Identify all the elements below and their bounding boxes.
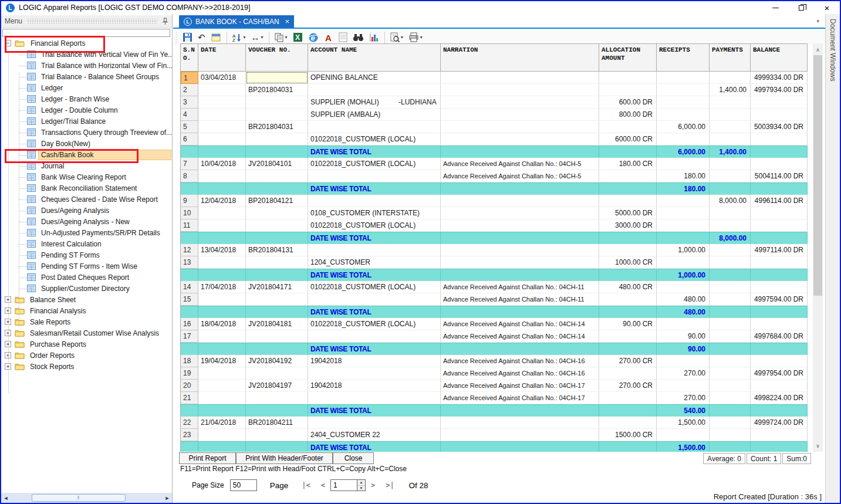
table-row[interactable]: 1417/04/2018JV20180417101022018_CUSTOMER… xyxy=(181,281,808,293)
menu-filter-box[interactable] xyxy=(2,29,170,37)
table-row[interactable]: 232404_CUSTOMER 221500.00 CR xyxy=(181,429,808,441)
scrollbar-thumb[interactable] xyxy=(813,55,822,296)
find-button[interactable] xyxy=(350,31,366,45)
prev-page-button[interactable]: < xyxy=(321,481,325,489)
column-width-button[interactable]: ↔▾ xyxy=(249,31,266,45)
print-button[interactable]: ▾ xyxy=(406,31,425,45)
print-report-button[interactable]: Print Report xyxy=(179,452,236,464)
tree-item-dues-ageing-analysis-new[interactable]: Dues/Ageing Analysis - New xyxy=(1,216,172,227)
table-row[interactable]: 4SUPPLIER (AMBALA)800.00 DR xyxy=(181,109,808,121)
tab-close-icon[interactable]: × xyxy=(285,17,289,26)
tree-item-post-dated-cheques-report[interactable]: Post Dated Cheques Report xyxy=(1,272,172,283)
tree-item-dues-ageing-analysis[interactable]: Dues/Ageing Analysis xyxy=(1,205,172,216)
tree-item-trial-balance-with-vertical-view-of-fin-ye[interactable]: Trial Balance with Vertical View of Fin … xyxy=(1,49,172,60)
close-button[interactable]: × xyxy=(814,1,840,14)
tree-folder-financial-analysis[interactable]: +Financial Analysis xyxy=(1,305,172,316)
table-row[interactable]: 8Advance Received Against Challan No.: 0… xyxy=(181,170,808,182)
table-row[interactable]: 601022018_CUSTOMER (LOCAL)6000.00 CR xyxy=(181,133,808,146)
scroll-left-icon[interactable]: ◄ xyxy=(1,495,11,501)
pin-icon[interactable] xyxy=(162,18,168,25)
table-row[interactable]: 100108_CUSTOMER (INTERSTATE)5000.00 DR xyxy=(181,207,808,219)
table-row[interactable]: 1618/04/2018JV20180418101022018_CUSTOMER… xyxy=(181,318,808,330)
tree-folder-salesman-retail-customer-wise-analysis[interactable]: +Salesman/Retail Customer Wise Analysis xyxy=(1,327,172,339)
tree-item-bank-wise-clearing-report[interactable]: Bank Wise Clearing Report xyxy=(1,171,172,182)
date-wise-total-row[interactable]: DATE WISE TOTAL1,500.00 xyxy=(181,441,808,452)
spin-up-icon[interactable]: ▲ xyxy=(357,480,365,486)
page-number-input[interactable] xyxy=(330,479,357,491)
minimize-button[interactable] xyxy=(762,1,788,14)
column-header-voucher[interactable]: VOUCHER NO. xyxy=(246,44,308,72)
tree-folder-order-reports[interactable]: +Order Reports xyxy=(1,350,172,361)
table-row[interactable]: 1819/04/2018JV20180419219042018Advance R… xyxy=(181,355,808,367)
scroll-up-icon[interactable]: ∧ xyxy=(813,45,823,55)
save-button[interactable] xyxy=(180,31,195,45)
print-with-header-footer-button[interactable]: Print With Header/Footer xyxy=(236,452,333,464)
tree-item-day-book-new[interactable]: Day Book(New) xyxy=(1,138,172,149)
tree-item-pending-st-forms-item-wise[interactable]: Pending ST Forms - Item Wise xyxy=(1,261,172,272)
grid-vertical-scrollbar[interactable]: ∧ ∨ xyxy=(813,43,823,452)
export-html-button[interactable]: e xyxy=(306,31,321,45)
tree-item-ledger[interactable]: Ledger xyxy=(1,82,172,93)
table-row[interactable]: 3SUPPLIER (MOHALI) -LUDHIANA600.00 DR xyxy=(181,96,808,109)
first-page-button[interactable]: |< xyxy=(302,481,310,489)
column-header-balance[interactable]: BALANCE xyxy=(751,44,808,72)
date-wise-total-row[interactable]: DATE WISE TOTAL480.00 xyxy=(181,306,808,318)
tree-item-cash-bank-book[interactable]: Cash/Bank Book xyxy=(1,149,172,160)
export-text-button[interactable] xyxy=(336,31,350,45)
column-header-allocation[interactable]: ALLOCATION AMOUNT xyxy=(599,44,657,72)
tree-item-ledger-trial-balance[interactable]: Ledger/Trial Balance xyxy=(1,116,172,127)
scrollbar-thumb[interactable]: ⫴ xyxy=(32,494,126,502)
table-row[interactable]: 912/04/2018BP2018041218,000.004996114.00… xyxy=(181,195,808,207)
table-row[interactable]: 21Advance Received Against Challan No.: … xyxy=(181,392,808,404)
date-wise-total-row[interactable]: DATE WISE TOTAL6,000.001,400.00 xyxy=(181,146,808,158)
table-row[interactable]: 19Advance Received Against Challan No.: … xyxy=(181,367,808,380)
last-page-button[interactable]: >| xyxy=(386,481,394,489)
table-row[interactable]: 103/04/2018OPENING BALANCE4999334.00 DR xyxy=(181,72,808,84)
next-page-button[interactable]: > xyxy=(371,481,375,489)
table-row[interactable]: 15Advance Received Against Challan No.: … xyxy=(181,293,808,306)
tree-folder-balance-sheet[interactable]: +Balance Sheet xyxy=(1,294,172,305)
page-spinner[interactable]: ▲ ▼ xyxy=(357,479,366,491)
tree-item-trial-balance-balance-sheet-groups[interactable]: Trial Balance - Balance Sheet Groups xyxy=(1,71,172,82)
tree-item-cheques-cleared-date-wise-report[interactable]: Cheques Cleared - Date Wise Report xyxy=(1,194,172,205)
tree-item-trial-balance-with-horizontal-view-of-fin[interactable]: Trial Balance with Horizontal View of Fi… xyxy=(1,60,172,71)
column-header-account[interactable]: ACCOUNT NAME xyxy=(308,44,441,72)
export-pdf-button[interactable]: A xyxy=(322,31,336,45)
chart-button[interactable] xyxy=(367,31,381,45)
column-header-payments[interactable]: PAYMENTS xyxy=(710,44,751,72)
tree-item-transactions-query-through-treeview-of[interactable]: Transactions Query through Treeview of..… xyxy=(1,127,172,138)
tree-item-pending-st-forms[interactable]: Pending ST Forms xyxy=(1,249,172,261)
tree-folder-stock-reports[interactable]: +Stock Reports xyxy=(1,361,172,372)
scroll-right-icon[interactable]: ► xyxy=(163,495,172,501)
tree-node-financial-reports[interactable]: − Financial Reports xyxy=(1,38,172,49)
tree-item-un-adjusted-payments-sr-pr-details[interactable]: Un-Adjusted Payments/SR/PR Details xyxy=(1,227,172,238)
print-preview-button[interactable]: ▾ xyxy=(387,31,406,45)
tree-folder-purchase-reports[interactable]: +Purchase Reports xyxy=(1,339,172,350)
table-row[interactable]: 17Advance Received Against Challan No.: … xyxy=(181,330,808,343)
column-header-date[interactable]: DATE xyxy=(198,44,246,72)
copy-button[interactable]: ▾ xyxy=(272,31,290,45)
refresh-report-button[interactable] xyxy=(208,31,224,45)
undo-button[interactable]: ↶ xyxy=(195,31,208,45)
table-row[interactable]: 131204_CUSTOMER1000.00 CR xyxy=(181,256,808,269)
collapse-icon[interactable]: − xyxy=(5,40,11,46)
column-header-narration[interactable]: NARRATION xyxy=(441,44,599,72)
page-size-input[interactable] xyxy=(230,479,257,491)
date-wise-total-row[interactable]: DATE WISE TOTAL180.00 xyxy=(181,182,808,195)
tab-bank-book[interactable]: L BANK BOOK - CASH/BAN... × xyxy=(179,15,294,28)
date-wise-total-row[interactable]: DATE WISE TOTAL540.00 xyxy=(181,404,808,417)
table-row[interactable]: 2BP2018040311,400.004997934.00 DR xyxy=(181,84,808,96)
table-row[interactable]: 710/04/2018JV20180410101022018_CUSTOMER … xyxy=(181,158,808,170)
scroll-down-icon[interactable]: ∨ xyxy=(813,441,823,451)
toolbar-grip[interactable] xyxy=(175,32,177,43)
table-row[interactable]: 2221/04/2018BR2018042111,500.004999724.0… xyxy=(181,417,808,429)
tree-item-journal[interactable]: Journal xyxy=(1,160,172,171)
tab-list-chevron-icon[interactable]: ▾ xyxy=(816,18,819,24)
document-windows-strip[interactable]: Document Windows xyxy=(825,14,840,504)
date-wise-total-row[interactable]: DATE WISE TOTAL8,000.00 xyxy=(181,232,808,244)
table-row[interactable]: 1101022018_CUSTOMER (LOCAL)3000.00 DR xyxy=(181,219,808,232)
table-row[interactable]: 1213/04/2018BR2018041311,000.004997114.0… xyxy=(181,244,808,256)
tree-item-supplier-customer-directory[interactable]: Supplier/Customer Directory xyxy=(1,283,172,294)
table-row[interactable]: 20JV20180419719042018Advance Received Ag… xyxy=(181,380,808,392)
tree-item-ledger-double-column[interactable]: Ledger - Double Column xyxy=(1,104,172,116)
